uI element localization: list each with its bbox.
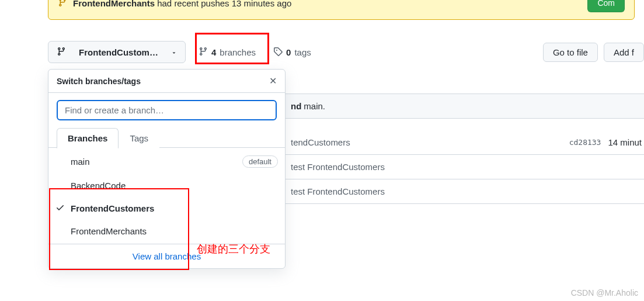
annotation-text: 创建的三个分支: [197, 242, 270, 256]
branch-item-frontendcustomers[interactable]: FrontendCustomers: [48, 197, 285, 220]
tag-icon: [273, 47, 283, 58]
default-badge: default: [242, 155, 278, 168]
watermark: CSDN @Mr.Aholic: [571, 288, 638, 297]
tags-link[interactable]: 0 tags: [269, 43, 316, 61]
branch-item-frontendmerchants[interactable]: FrontendMerchants: [48, 220, 285, 243]
check-icon: [55, 203, 65, 214]
file-row[interactable]: test FrontendCustomers: [285, 179, 644, 204]
branch-search-input[interactable]: [57, 100, 277, 120]
branch-item-backendcode[interactable]: BackendCode: [48, 174, 285, 197]
commit-time: 14 minut: [608, 137, 642, 147]
branches-link[interactable]: 4 branches: [194, 43, 260, 61]
add-file-button[interactable]: Add f: [604, 43, 644, 62]
close-icon[interactable]: ✕: [269, 75, 277, 87]
commit-summary-row: nd main.: [285, 94, 644, 119]
branch-select-button[interactable]: FrontendCustom…: [48, 41, 186, 63]
caret-down-icon: [171, 47, 177, 57]
file-list-partial: nd main. tendCustomers cd28133 14 minut …: [285, 94, 644, 204]
branch-item-main[interactable]: main default: [48, 149, 285, 174]
dropdown-tabs: Branches Tags: [48, 127, 285, 148]
go-to-file-button[interactable]: Go to file: [543, 43, 598, 62]
commit-row: tendCustomers cd28133 14 minut: [285, 130, 644, 155]
branch-icon: [199, 47, 208, 58]
branch-dropdown: Switch branches/tags ✕ Branches Tags mai…: [48, 69, 286, 269]
commit-hash[interactable]: cd28133: [569, 138, 601, 147]
tab-tags[interactable]: Tags: [119, 128, 159, 148]
notification-text: FrontendMerchants had recent pushes 13 m…: [73, 0, 291, 8]
branch-icon: [58, 0, 67, 9]
branch-icon: [57, 47, 66, 58]
dropdown-title: Switch branches/tags: [57, 77, 141, 86]
branch-list: main default BackendCode FrontendCustome…: [48, 148, 285, 244]
repo-toolbar: FrontendCustom… 4 branches 0 tags Go to …: [0, 41, 644, 63]
compare-pr-button[interactable]: Com: [587, 0, 625, 12]
tab-branches[interactable]: Branches: [57, 128, 119, 148]
dropdown-header: Switch branches/tags ✕: [48, 70, 285, 93]
right-buttons: Go to file Add f: [543, 43, 644, 62]
file-row[interactable]: test FrontendCustomers: [285, 155, 644, 179]
branch-select-label: FrontendCustom…: [69, 47, 168, 57]
recent-push-notification: FrontendMerchants had recent pushes 13 m…: [48, 0, 635, 20]
